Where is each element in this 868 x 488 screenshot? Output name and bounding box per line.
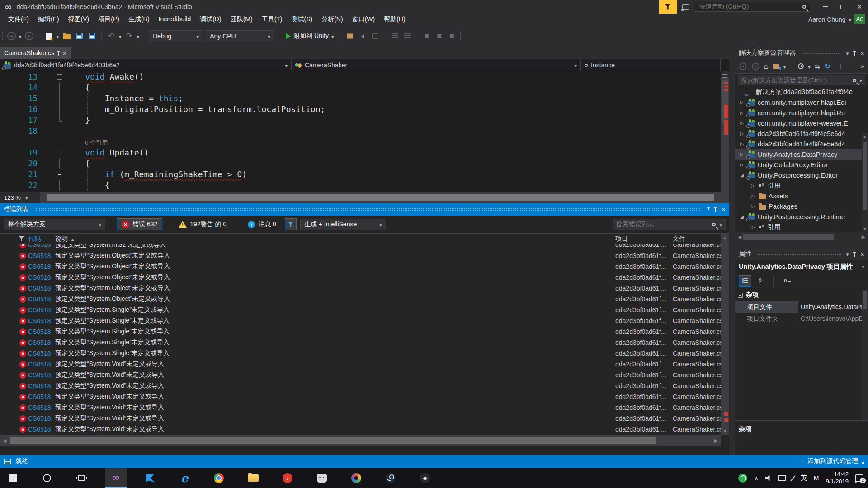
breadcrumb-type-dropdown[interactable]: CameraShaker <box>292 59 581 71</box>
open-file-button[interactable] <box>61 30 71 42</box>
tree-item-Unity.Postprocessing.Editor[interactable]: ◢Unity.Postprocessing.Editor <box>735 170 862 180</box>
source-control-caret-icon[interactable] <box>862 458 864 465</box>
property-row-project-folder[interactable]: 项目文件夹 C:\Users\lenovo\AppD <box>735 313 868 324</box>
taskbar-music-app[interactable] <box>277 468 298 488</box>
close-panel-icon[interactable] <box>860 250 864 258</box>
user-menu-caret-icon[interactable] <box>849 16 851 23</box>
decrease-indent-button[interactable] <box>390 30 400 42</box>
expand-arrow-icon[interactable]: ▷ <box>739 162 745 167</box>
pen-icon[interactable] <box>791 475 796 480</box>
navigate-back-caret-icon[interactable] <box>19 32 22 40</box>
save-button[interactable] <box>74 30 84 42</box>
menu-item-文件(F)[interactable]: 文件(F) <box>4 14 33 25</box>
error-row[interactable]: CS0518预定义类型“System.Object”未定义或导入dda2d3bf… <box>0 250 729 261</box>
fold-collapse-box[interactable] <box>57 74 62 80</box>
back-button[interactable] <box>739 62 746 70</box>
error-row[interactable]: CS0518预定义类型“System.Object”未定义或导入dda2d3bf… <box>0 283 729 294</box>
error-row[interactable]: CS0518预定义类型“System.Int32”未定义或导入dda2d3bf0… <box>0 244 729 250</box>
solution-search-input[interactable]: 搜索解决方案资源管理器(Ctrl+;) <box>738 75 865 85</box>
error-row[interactable]: CS0518预定义类型“System.Void”未定义或导入dda2d3bf0a… <box>0 380 729 391</box>
error-source-dropdown[interactable]: 生成 + IntelliSense <box>300 219 386 230</box>
tab-camerashaker[interactable]: CameraShaker.cs <box>0 47 71 59</box>
expand-arrow-icon[interactable]: ▷ <box>750 225 756 230</box>
fold-collapse-box[interactable] <box>57 150 62 155</box>
error-code-link[interactable]: CS0518 <box>28 339 55 346</box>
solution-configuration-dropdown[interactable]: Debug <box>149 30 203 42</box>
taskbar-file-explorer[interactable] <box>242 468 264 488</box>
tree-item-引用[interactable]: ▷引用 <box>735 180 862 191</box>
taskbar-edge[interactable] <box>174 468 195 488</box>
close-button[interactable] <box>851 0 868 14</box>
increase-indent-button[interactable] <box>402 30 412 42</box>
redo-button[interactable] <box>124 30 134 42</box>
toggle-bookmark-button[interactable] <box>422 30 432 42</box>
error-row[interactable]: CS0518预定义类型“System.Object”未定义或导入dda2d3bf… <box>0 294 729 305</box>
taskbar-unity[interactable] <box>414 468 436 488</box>
multi-filter-button[interactable] <box>285 218 297 230</box>
zoom-dropdown[interactable]: 123 % <box>0 192 40 203</box>
action-center-icon[interactable]: 2 <box>855 474 863 482</box>
breadcrumb-project-dropdown[interactable]: dda2d3bf0ad61fa4f9f4e5e6d403b6a2 <box>0 59 292 71</box>
user-avatar[interactable]: AC <box>854 14 865 24</box>
user-name[interactable]: Aaron Chung <box>808 16 846 23</box>
property-pages-button[interactable] <box>779 275 792 287</box>
window-position-caret-icon[interactable] <box>846 250 849 258</box>
column-header-code[interactable]: 代码 <box>28 235 55 243</box>
undo-button[interactable] <box>106 30 116 42</box>
column-header-file[interactable]: 文件 <box>673 235 721 243</box>
menu-item-测试(S)[interactable]: 测试(S) <box>287 14 317 25</box>
tree-item-Unity.CollabProxy.Editor[interactable]: ▷Unity.CollabProxy.Editor <box>735 160 862 170</box>
clock[interactable]: 14:42 9/1/2019 <box>826 471 849 485</box>
error-code-link[interactable]: CS0518 <box>28 285 55 292</box>
switch-views-icon[interactable] <box>773 64 779 69</box>
expand-arrow-icon[interactable]: ▷ <box>739 131 745 136</box>
pin-icon[interactable] <box>854 52 855 56</box>
navigate-back-button[interactable] <box>6 30 16 42</box>
green-tray-app-icon[interactable] <box>738 474 747 483</box>
error-row[interactable]: CS0518预定义类型“System.Single”未定义或导入dda2d3bf… <box>0 326 729 337</box>
close-panel-icon[interactable] <box>722 206 726 213</box>
toolbar-grip-2[interactable] <box>460 31 462 41</box>
messages-filter-button[interactable]: 消息 0 <box>243 218 281 230</box>
error-code-link[interactable]: CS0518 <box>28 274 55 281</box>
expand-arrow-icon[interactable]: ▷ <box>739 110 745 115</box>
error-code-link[interactable]: CS0518 <box>28 426 55 433</box>
error-code-link[interactable]: CS0518 <box>28 361 55 368</box>
close-tab-icon[interactable] <box>62 49 66 57</box>
navigate-forward-button[interactable] <box>24 30 34 42</box>
display-network-icon[interactable] <box>778 475 786 481</box>
tree-item-com.unity.multiplayer-weaver.E[interactable]: ▷com.unity.multiplayer-weaver.E <box>735 118 862 128</box>
taskbar-media-app[interactable] <box>345 468 367 488</box>
minimize-button[interactable] <box>816 0 834 14</box>
fold-collapse-box[interactable] <box>57 172 62 177</box>
error-code-link[interactable]: CS0518 <box>28 415 55 422</box>
pin-icon[interactable] <box>715 208 716 212</box>
taskbar-thunder-app[interactable] <box>139 468 161 488</box>
menu-item-工具(T)[interactable]: 工具(T) <box>257 14 287 25</box>
error-code-link[interactable]: CS0518 <box>28 393 55 400</box>
tree-item-Packages[interactable]: ▷Packages <box>735 201 862 211</box>
error-code-link[interactable]: CS0518 <box>28 263 55 270</box>
error-row[interactable]: CS0518预定义类型“System.Void”未定义或导入dda2d3bf0a… <box>0 424 729 435</box>
expand-arrow-icon[interactable]: ▷ <box>750 193 756 198</box>
menu-item-编辑(E)[interactable]: 编辑(E) <box>33 14 64 25</box>
severity-column-icon[interactable] <box>19 236 24 241</box>
tree-item-引用[interactable]: ▷引用 <box>735 222 862 232</box>
cortana-search-button[interactable] <box>36 468 58 488</box>
error-row[interactable]: CS0518预定义类型“System.Void”未定义或导入dda2d3bf0a… <box>0 370 729 380</box>
tree-item-解决方案'dda2d3bf0ad61fa4f9f4e[interactable]: 解决方案'dda2d3bf0ad61fa4f9f4e <box>735 87 862 97</box>
error-code-link[interactable]: CS0518 <box>28 328 55 335</box>
column-header-project[interactable]: 项目 <box>615 235 673 243</box>
properties-object-dropdown[interactable]: Unity.Analytics.DataPrivacy 项目属性 <box>735 260 868 273</box>
filter-button[interactable] <box>659 0 677 14</box>
expand-arrow-icon[interactable]: ◢ <box>739 173 745 178</box>
toolbar-grip[interactable] <box>2 31 4 41</box>
categorized-button[interactable] <box>739 275 751 287</box>
error-list-vertical-scrollbar[interactable]: ▲ ▼ <box>721 234 729 435</box>
ime-mode-indicator[interactable]: M <box>814 474 819 482</box>
error-code-link[interactable]: CS0518 <box>28 306 55 314</box>
menu-item-帮助(H)[interactable]: 帮助(H) <box>379 14 410 25</box>
error-code-link[interactable]: CS0518 <box>28 244 55 248</box>
editor-splitter-grip[interactable] <box>721 71 729 79</box>
switch-views-caret-icon[interactable] <box>783 62 786 70</box>
